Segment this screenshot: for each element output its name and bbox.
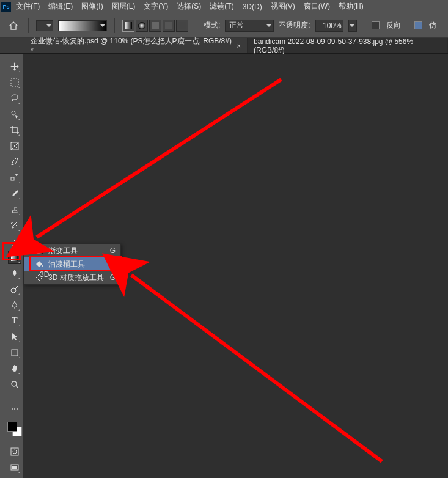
flyout-paint-bucket-tool[interactable]: 油漆桶工具 G: [24, 257, 120, 271]
menu-window[interactable]: 窗口(W): [304, 1, 330, 12]
foreground-color[interactable]: [7, 422, 17, 432]
app-logo: Ps: [1, 2, 11, 12]
gradient-radial-button[interactable]: [136, 20, 148, 32]
svg-rect-10: [11, 177, 14, 180]
dither-label: 仿: [429, 20, 436, 31]
menu-filter[interactable]: 滤镜(T): [210, 1, 233, 12]
hand-tool[interactable]: [8, 362, 21, 375]
mode-label: 模式:: [204, 20, 220, 31]
path-select-tool[interactable]: [8, 330, 21, 344]
menu-select[interactable]: 选择(S): [177, 1, 201, 12]
svg-rect-3: [165, 22, 172, 29]
close-icon[interactable]: ×: [237, 42, 241, 50]
menu-view[interactable]: 视图(V): [271, 1, 295, 12]
quick-mask-toggle[interactable]: [8, 445, 21, 458]
svg-rect-2: [152, 22, 159, 29]
svg-line-16: [16, 386, 18, 388]
home-icon[interactable]: [6, 18, 21, 33]
clone-stamp-tool[interactable]: [8, 203, 21, 216]
quick-select-tool[interactable]: [8, 108, 21, 121]
gradient-type-buttons: [122, 20, 188, 32]
lasso-tool[interactable]: [8, 92, 21, 105]
gradient-angle-button[interactable]: [149, 20, 161, 32]
svg-point-6: [12, 111, 15, 115]
left-gutter: [0, 54, 6, 478]
svg-rect-14: [12, 350, 18, 356]
svg-rect-11: [11, 254, 18, 261]
screen-mode-toggle[interactable]: [8, 461, 21, 474]
document-tab-2[interactable]: bandicam 2022-08-09 09-50-37-938.jpg @ 5…: [248, 38, 448, 53]
blur-tool[interactable]: [8, 267, 21, 280]
edit-toolbar[interactable]: ⋯: [8, 402, 21, 416]
svg-point-12: [11, 288, 16, 293]
svg-point-15: [12, 381, 17, 386]
foreground-color-swatch[interactable]: [36, 20, 53, 31]
svg-point-1: [138, 22, 145, 29]
svg-rect-0: [125, 22, 132, 29]
eraser-tool[interactable]: [8, 235, 21, 248]
zoom-tool[interactable]: [8, 378, 21, 391]
paint-bucket-icon: [35, 260, 45, 268]
dodge-tool[interactable]: [8, 282, 21, 296]
brush-tool[interactable]: [8, 187, 21, 200]
healing-tool[interactable]: [8, 171, 21, 185]
menu-type[interactable]: 文字(Y): [144, 1, 168, 12]
menu-edit[interactable]: 编辑(E): [48, 1, 73, 12]
svg-rect-5: [11, 79, 18, 86]
svg-rect-20: [12, 466, 17, 469]
svg-rect-4: [178, 22, 186, 29]
opacity-label: 不透明度:: [279, 20, 310, 31]
menu-help[interactable]: 帮助(H): [339, 1, 364, 12]
mode-select[interactable]: 正常: [225, 20, 274, 32]
opacity-dropdown[interactable]: [348, 20, 357, 32]
eyedropper-tool[interactable]: [8, 155, 21, 169]
gradient-tool[interactable]: [8, 251, 21, 264]
document-tab-1[interactable]: 企业微信-恢复的.psd @ 110% (PS怎么把人P瘦一点, RGB/8#)…: [24, 38, 248, 53]
gradient-reflected-button[interactable]: [163, 20, 175, 32]
flyout-3d-material-tool[interactable]: 3D 3D 材质拖放工具 G: [24, 271, 120, 284]
gradient-icon: [35, 246, 45, 255]
document-tabbar: 企业微信-恢复的.psd @ 110% (PS怎么把人P瘦一点, RGB/8#)…: [0, 38, 448, 54]
dither-checkbox[interactable]: [414, 21, 422, 29]
gradient-preview[interactable]: [58, 20, 107, 31]
menubar: Ps 文件(F) 编辑(E) 图像(I) 图层(L) 文字(Y) 选择(S) 滤…: [0, 0, 448, 13]
gradient-tool-flyout: 渐变工具 G 油漆桶工具 G 3D 3D 材质拖放工具 G: [23, 243, 121, 285]
opacity-input[interactable]: 100%: [315, 20, 343, 32]
shape-tool[interactable]: [8, 346, 21, 359]
svg-line-13: [15, 285, 18, 289]
tools-panel: T ⋯: [6, 54, 23, 478]
options-bar: 模式: 正常 不透明度: 100% 反向 仿: [0, 13, 448, 38]
history-brush-tool[interactable]: [8, 219, 21, 232]
menu-file[interactable]: 文件(F): [16, 1, 40, 12]
move-tool[interactable]: [8, 60, 21, 73]
flyout-gradient-tool[interactable]: 渐变工具 G: [24, 244, 120, 257]
pen-tool[interactable]: [8, 298, 21, 312]
menu-layer[interactable]: 图层(L): [112, 1, 136, 12]
frame-tool[interactable]: [8, 139, 21, 153]
svg-rect-17: [11, 448, 18, 455]
gradient-diamond-button[interactable]: [176, 20, 188, 32]
type-tool[interactable]: T: [8, 314, 21, 328]
menu-image[interactable]: 图像(I): [81, 1, 103, 12]
reverse-label: 反向: [386, 20, 401, 31]
svg-rect-21: [36, 247, 43, 254]
3d-material-icon: 3D: [35, 273, 45, 282]
color-swatches[interactable]: [7, 422, 22, 436]
reverse-checkbox[interactable]: [372, 21, 380, 29]
svg-point-18: [13, 450, 17, 454]
gradient-linear-button[interactable]: [122, 20, 134, 32]
crop-tool[interactable]: [8, 123, 21, 137]
marquee-tool[interactable]: [8, 76, 21, 89]
menu-3d[interactable]: 3D(D): [243, 2, 262, 11]
